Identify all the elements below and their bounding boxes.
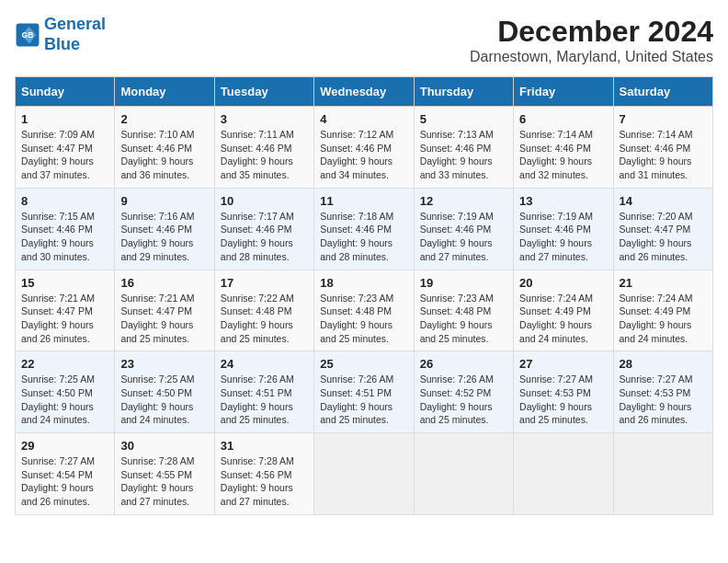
day-number: 30 <box>120 439 208 453</box>
calendar-week-row: 22 Sunrise: 7:25 AMSunset: 4:50 PMDaylig… <box>16 351 713 433</box>
calendar-cell: 28 Sunrise: 7:27 AMSunset: 4:53 PMDaylig… <box>613 351 712 433</box>
calendar-cell: 13 Sunrise: 7:19 AMSunset: 4:46 PMDaylig… <box>514 188 613 270</box>
day-number: 17 <box>221 276 308 290</box>
day-detail: Sunrise: 7:11 AMSunset: 4:46 PMDaylight:… <box>221 129 294 180</box>
day-detail: Sunrise: 7:28 AMSunset: 4:55 PMDaylight:… <box>120 455 194 507</box>
day-number: 8 <box>21 194 108 208</box>
day-number: 4 <box>320 112 407 126</box>
calendar-week-row: 1 Sunrise: 7:09 AMSunset: 4:47 PMDayligh… <box>16 107 713 189</box>
day-number: 24 <box>221 357 308 371</box>
svg-text:GB: GB <box>22 30 34 40</box>
calendar-cell <box>514 433 613 515</box>
day-detail: Sunrise: 7:26 AMSunset: 4:51 PMDaylight:… <box>221 373 294 425</box>
day-number: 6 <box>519 112 607 126</box>
day-number: 13 <box>519 194 607 208</box>
day-detail: Sunrise: 7:13 AMSunset: 4:46 PMDaylight:… <box>420 129 494 180</box>
logo: GB General Blue <box>15 15 106 54</box>
calendar-cell: 4 Sunrise: 7:12 AMSunset: 4:46 PMDayligh… <box>314 107 414 189</box>
day-number: 1 <box>21 112 108 126</box>
calendar-cell: 20 Sunrise: 7:24 AMSunset: 4:49 PMDaylig… <box>514 270 613 351</box>
weekday-header-sunday: Sunday <box>16 77 115 107</box>
day-number: 3 <box>221 112 308 126</box>
weekday-header-saturday: Saturday <box>613 77 712 107</box>
day-detail: Sunrise: 7:26 AMSunset: 4:51 PMDaylight:… <box>320 373 393 425</box>
day-number: 11 <box>320 194 407 208</box>
day-detail: Sunrise: 7:19 AMSunset: 4:46 PMDaylight:… <box>420 211 494 262</box>
day-detail: Sunrise: 7:19 AMSunset: 4:46 PMDaylight:… <box>519 211 593 262</box>
page-header: GB General Blue December 2024 Darnestown… <box>15 15 713 65</box>
weekday-header-thursday: Thursday <box>414 77 513 107</box>
calendar-cell: 6 Sunrise: 7:14 AMSunset: 4:46 PMDayligh… <box>514 107 613 189</box>
calendar-cell: 27 Sunrise: 7:27 AMSunset: 4:53 PMDaylig… <box>514 351 613 433</box>
day-detail: Sunrise: 7:27 AMSunset: 4:54 PMDaylight:… <box>21 455 95 507</box>
calendar-cell: 2 Sunrise: 7:10 AMSunset: 4:46 PMDayligh… <box>115 107 214 189</box>
calendar-cell: 1 Sunrise: 7:09 AMSunset: 4:47 PMDayligh… <box>16 107 115 189</box>
day-number: 12 <box>420 194 507 208</box>
day-detail: Sunrise: 7:18 AMSunset: 4:46 PMDaylight:… <box>320 211 393 262</box>
calendar-cell: 11 Sunrise: 7:18 AMSunset: 4:46 PMDaylig… <box>314 188 414 270</box>
calendar-cell: 3 Sunrise: 7:11 AMSunset: 4:46 PMDayligh… <box>214 107 313 189</box>
weekday-header-row: SundayMondayTuesdayWednesdayThursdayFrid… <box>16 77 713 107</box>
day-number: 19 <box>420 276 507 290</box>
day-number: 28 <box>620 357 707 371</box>
day-number: 20 <box>519 276 607 290</box>
day-detail: Sunrise: 7:21 AMSunset: 4:47 PMDaylight:… <box>21 293 95 344</box>
calendar-cell <box>314 433 414 515</box>
calendar-cell: 24 Sunrise: 7:26 AMSunset: 4:51 PMDaylig… <box>214 351 313 433</box>
day-detail: Sunrise: 7:27 AMSunset: 4:53 PMDaylight:… <box>620 373 693 425</box>
day-number: 7 <box>620 112 707 126</box>
calendar-cell: 29 Sunrise: 7:27 AMSunset: 4:54 PMDaylig… <box>16 433 115 515</box>
day-detail: Sunrise: 7:24 AMSunset: 4:49 PMDaylight:… <box>519 293 593 344</box>
day-detail: Sunrise: 7:25 AMSunset: 4:50 PMDaylight:… <box>21 373 95 425</box>
calendar-week-row: 15 Sunrise: 7:21 AMSunset: 4:47 PMDaylig… <box>16 270 713 351</box>
day-number: 27 <box>519 357 607 371</box>
day-detail: Sunrise: 7:23 AMSunset: 4:48 PMDaylight:… <box>320 293 393 344</box>
day-number: 10 <box>221 194 308 208</box>
day-number: 18 <box>320 276 407 290</box>
calendar-cell: 16 Sunrise: 7:21 AMSunset: 4:47 PMDaylig… <box>115 270 214 351</box>
day-detail: Sunrise: 7:17 AMSunset: 4:46 PMDaylight:… <box>221 211 294 262</box>
calendar-cell: 30 Sunrise: 7:28 AMSunset: 4:55 PMDaylig… <box>115 433 214 515</box>
calendar-cell <box>613 433 712 515</box>
calendar-table: SundayMondayTuesdayWednesdayThursdayFrid… <box>15 76 713 515</box>
calendar-cell: 21 Sunrise: 7:24 AMSunset: 4:49 PMDaylig… <box>613 270 712 351</box>
calendar-cell: 9 Sunrise: 7:16 AMSunset: 4:46 PMDayligh… <box>115 188 214 270</box>
day-number: 21 <box>620 276 707 290</box>
page-subtitle: Darnestown, Maryland, United States <box>470 49 713 65</box>
calendar-header: SundayMondayTuesdayWednesdayThursdayFrid… <box>16 77 713 107</box>
day-number: 26 <box>420 357 507 371</box>
day-detail: Sunrise: 7:14 AMSunset: 4:46 PMDaylight:… <box>620 129 693 180</box>
day-detail: Sunrise: 7:14 AMSunset: 4:46 PMDaylight:… <box>519 129 593 180</box>
calendar-cell: 17 Sunrise: 7:22 AMSunset: 4:48 PMDaylig… <box>214 270 313 351</box>
logo-text: General Blue <box>44 15 106 54</box>
day-number: 22 <box>21 357 108 371</box>
day-detail: Sunrise: 7:12 AMSunset: 4:46 PMDaylight:… <box>320 129 393 180</box>
calendar-cell: 15 Sunrise: 7:21 AMSunset: 4:47 PMDaylig… <box>16 270 115 351</box>
weekday-header-friday: Friday <box>514 77 613 107</box>
calendar-cell: 8 Sunrise: 7:15 AMSunset: 4:46 PMDayligh… <box>16 188 115 270</box>
calendar-cell: 5 Sunrise: 7:13 AMSunset: 4:46 PMDayligh… <box>414 107 513 189</box>
calendar-cell: 23 Sunrise: 7:25 AMSunset: 4:50 PMDaylig… <box>115 351 214 433</box>
day-detail: Sunrise: 7:28 AMSunset: 4:56 PMDaylight:… <box>221 455 294 507</box>
calendar-cell: 10 Sunrise: 7:17 AMSunset: 4:46 PMDaylig… <box>214 188 313 270</box>
weekday-header-tuesday: Tuesday <box>214 77 313 107</box>
logo-icon: GB <box>15 22 40 48</box>
page-title: December 2024 <box>470 15 713 49</box>
calendar-cell: 18 Sunrise: 7:23 AMSunset: 4:48 PMDaylig… <box>314 270 414 351</box>
calendar-cell: 26 Sunrise: 7:26 AMSunset: 4:52 PMDaylig… <box>414 351 513 433</box>
day-number: 5 <box>420 112 507 126</box>
weekday-header-monday: Monday <box>115 77 214 107</box>
day-number: 14 <box>620 194 707 208</box>
day-number: 23 <box>120 357 208 371</box>
day-detail: Sunrise: 7:24 AMSunset: 4:49 PMDaylight:… <box>620 293 693 344</box>
calendar-cell: 7 Sunrise: 7:14 AMSunset: 4:46 PMDayligh… <box>613 107 712 189</box>
calendar-week-row: 8 Sunrise: 7:15 AMSunset: 4:46 PMDayligh… <box>16 188 713 270</box>
day-number: 29 <box>21 439 108 453</box>
calendar-cell: 22 Sunrise: 7:25 AMSunset: 4:50 PMDaylig… <box>16 351 115 433</box>
day-detail: Sunrise: 7:09 AMSunset: 4:47 PMDaylight:… <box>21 129 95 180</box>
day-detail: Sunrise: 7:21 AMSunset: 4:47 PMDaylight:… <box>120 293 194 344</box>
day-number: 25 <box>320 357 407 371</box>
day-detail: Sunrise: 7:22 AMSunset: 4:48 PMDaylight:… <box>221 293 294 344</box>
calendar-body: 1 Sunrise: 7:09 AMSunset: 4:47 PMDayligh… <box>16 107 713 515</box>
day-detail: Sunrise: 7:27 AMSunset: 4:53 PMDaylight:… <box>519 373 593 425</box>
